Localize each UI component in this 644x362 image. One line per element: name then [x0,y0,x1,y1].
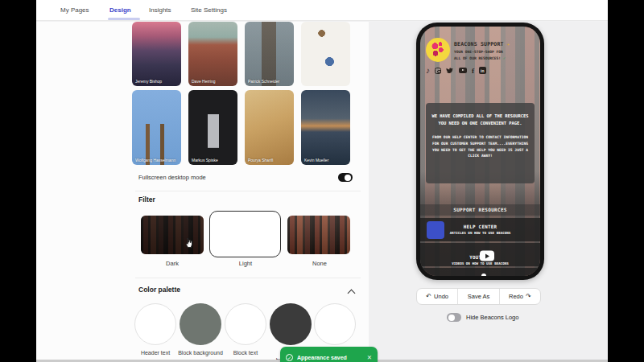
swatch-label: Block background [178,349,223,356]
beacons-logo-icon [481,274,493,276]
filter-option-label: Light [221,260,270,267]
color-palette-section-title: Color palette [138,286,180,294]
photographer-credit: Pourya Sharifi [248,158,291,162]
photographer-credit: Kevin Mueller [304,158,348,162]
help-center-icon [427,221,444,239]
app-root: My Pages Design Insights Site Settings J… [0,0,644,362]
youtube-play-icon [480,251,494,261]
top-navbar: My Pages Design Insights Site Settings [36,0,608,21]
tiktok-icon[interactable]: ♪ [426,66,430,75]
cursor-pointer-icon [184,237,194,249]
youtube-icon[interactable] [459,68,467,74]
undo-button[interactable]: ↶Undo [417,289,457,304]
filter-option-label: None [295,260,344,267]
background-option-tile[interactable]: Pourya Sharifi [245,90,294,165]
background-option-tile[interactable]: Patrick Schneider [245,22,294,86]
swatch-button-text[interactable] [314,303,356,345]
toast-message: Appearance saved [297,355,363,360]
linkedin-icon[interactable]: in [479,67,486,74]
photographer-credit: Markus Spiske [192,158,235,162]
redo-button[interactable]: Redo↷ [499,289,540,304]
swatch-button-background[interactable] [270,303,312,345]
background-option-tile[interactable]: Jeremy Bishop [132,22,181,86]
link-rows: HELP CENTER ARTICLES ON HOW TO USE BEACO… [420,218,540,276]
swatch-label: Header text [133,349,178,356]
filter-option-none[interactable] [287,216,350,254]
background-option-tile[interactable] [301,22,350,86]
phone-preview-frame: BEACONS SUPPORT ✦ YOUR ONE-STOP-SHOP FOR… [416,23,544,280]
hide-logo-row: Hide Beacons Logo [447,313,518,322]
link-title: HELP CENTER [464,224,497,229]
link-beacons-website[interactable]: BEACONS WEBSITE [420,268,540,276]
link-youtube[interactable]: YOUTUBE VIDEOS ON HOW TO USE BEACONS [420,243,540,266]
social-icons-row: ♪ f in [426,66,486,75]
filter-section-title: Filter [138,195,155,204]
photographer-credit: Wolfgang Hasselmann [135,158,179,162]
fullscreen-desktop-mode-label: Fullscreen desktop mode [138,174,206,181]
background-option-tile[interactable]: Kevin Mueller [301,90,350,165]
facebook-icon[interactable]: f [472,67,474,75]
toggle-knob [345,175,351,181]
swatch-block-text[interactable] [225,303,266,345]
section-divider [135,278,361,278]
tab-site-settings[interactable]: Site Settings [191,0,227,21]
redo-icon: ↷ [526,293,531,300]
undo-icon: ↶ [426,293,431,300]
swatch-label: Block text [223,349,268,356]
section-divider [135,191,361,191]
support-resources-heading: SUPPORT RESOURCES [420,204,540,216]
save-as-button[interactable]: Save As [457,289,498,304]
intro-text-block: WE HAVE COMPILED ALL OF THE RESOURCES YO… [426,103,535,183]
toast-close-icon[interactable]: ✕ [367,354,372,361]
filter-option-label: Dark [148,260,196,267]
profile-title: BEACONS SUPPORT ✦ [454,41,536,47]
profile-avatar [426,38,450,62]
hide-beacons-logo-label: Hide Beacons Logo [466,314,518,321]
filter-option-dark[interactable] [141,216,204,254]
instagram-icon[interactable] [435,68,441,74]
dark-filter-overlay [141,216,204,254]
design-settings-panel: Jeremy Bishop Dave Herring Patrick Schne… [36,22,369,362]
check-circle-icon: ✓ [286,354,293,361]
swatch-block-background[interactable] [180,303,221,345]
profile-subtitle: YOUR ONE-STOP-SHOP FORALL OF OUR RESOURC… [454,50,536,62]
photographer-credit: Patrick Schneider [248,79,291,84]
link-subtitle: ARTICLES ON HOW TO USE BEACONS [450,231,511,235]
swatch-header-text[interactable] [134,303,176,345]
background-option-tile[interactable]: Markus Spiske [188,90,237,165]
sparkle-icon: ✦ [507,41,510,47]
hide-beacons-logo-toggle[interactable] [447,313,461,322]
background-option-tile[interactable]: Dave Herring [188,22,237,86]
tab-my-pages[interactable]: My Pages [60,0,89,21]
browser-viewport: My Pages Design Insights Site Settings J… [36,0,608,362]
preview-area: BEACONS SUPPORT ✦ YOUR ONE-STOP-SHOP FOR… [369,22,608,362]
intro-paragraph-1: WE HAVE COMPILED ALL OF THE RESOURCES YO… [431,113,529,128]
phone-screen: BEACONS SUPPORT ✦ YOUR ONE-STOP-SHOP FOR… [420,27,540,276]
active-tab-indicator [108,18,140,20]
toggle-knob [448,315,455,321]
history-controls: ↶Undo Save As Redo↷ [416,288,541,305]
intro-paragraph-2: FROM OUR HELP CENTER TO CONTACT INFORMAT… [431,134,529,159]
check-emoji-icon: ✓ [503,56,506,60]
appearance-saved-toast: ✓ Appearance saved ✕ [280,347,378,362]
photographer-credit: Jeremy Bishop [135,79,179,84]
link-help-center[interactable]: HELP CENTER ARTICLES ON HOW TO USE BEACO… [420,218,540,241]
filter-option-light[interactable] [209,211,281,257]
photographer-credit: Dave Herring [192,79,235,84]
profile-header: BEACONS SUPPORT ✦ YOUR ONE-STOP-SHOP FOR… [454,41,536,62]
link-subtitle: VIDEOS ON HOW TO USE BEACONS [452,261,509,265]
collapse-chevron-icon[interactable] [348,290,356,298]
fullscreen-desktop-mode-toggle[interactable] [338,173,353,182]
background-option-tile[interactable]: Wolfgang Hasselmann [132,90,181,165]
tab-insights[interactable]: Insights [149,0,171,21]
twitter-icon[interactable] [446,67,454,74]
